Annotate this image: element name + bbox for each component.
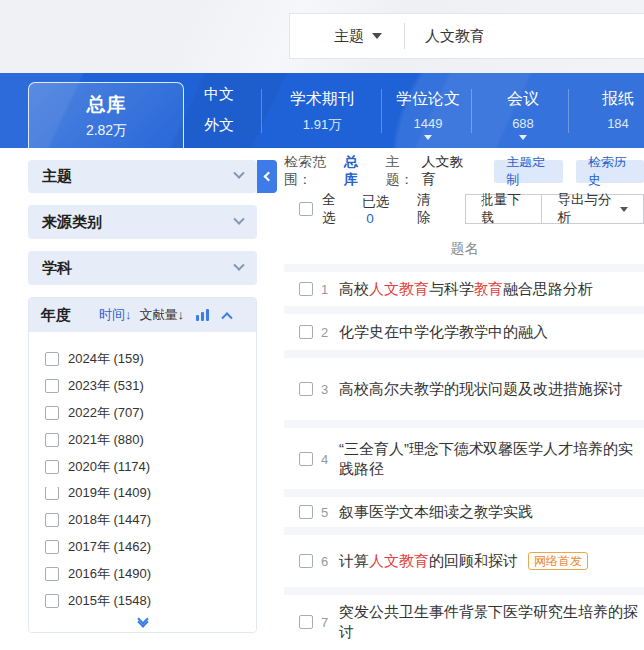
row-checkbox[interactable] <box>299 452 313 466</box>
table-row: 2化学史在中学化学教学中的融入 <box>284 314 644 350</box>
article-title-link[interactable]: 化学史在中学化学教学中的融入 <box>339 322 548 342</box>
panel-year-header[interactable]: 年度 时间↓ 文献量↓ <box>29 298 256 332</box>
batch-download-button[interactable]: 批量下载 <box>465 194 542 224</box>
year-filter-item[interactable]: 2019年 (1409) <box>29 480 256 506</box>
row-checkbox[interactable] <box>299 282 313 296</box>
panel-title: 学科 <box>42 259 72 278</box>
search-input[interactable]: 人文教育 <box>405 27 484 46</box>
select-all-label[interactable]: 全选 <box>322 191 346 227</box>
panel-source-type[interactable]: 来源类别 <box>28 205 257 239</box>
year-label: 2021年 (880) <box>68 431 144 449</box>
year-checkbox[interactable] <box>45 540 59 554</box>
search-bar: 主题 人文教育 <box>289 13 644 59</box>
tab-conferences[interactable]: 会议 688 <box>469 89 578 140</box>
search-history-button[interactable]: 检索历史 <box>576 160 644 183</box>
table-row: 1高校人文教育与科学教育融合思路分析 <box>284 272 644 306</box>
lang-foreign[interactable]: 外文 <box>204 116 234 135</box>
year-filter-item[interactable]: 2024年 (159) <box>29 345 256 372</box>
year-filter-item[interactable]: 2018年 (1447) <box>29 506 256 533</box>
row-checkbox[interactable] <box>299 505 313 519</box>
table-header-title[interactable]: 题名 <box>284 234 644 264</box>
article-title-link[interactable]: “三全育人”理念下德术双馨医学人才培养的实践路径 <box>339 439 638 479</box>
year-filter-item[interactable]: 2020年 (1174) <box>29 453 256 480</box>
year-checkbox[interactable] <box>45 406 59 420</box>
row-checkbox[interactable] <box>299 615 313 629</box>
panel-title: 年度 <box>41 306 71 325</box>
year-filter-item[interactable]: 2016年 (1490) <box>29 560 256 587</box>
table-row: 7突发公共卫生事件背景下医学研究生培养的探讨 <box>284 595 644 649</box>
row-number: 7 <box>321 615 339 630</box>
row-checkbox[interactable] <box>299 382 313 396</box>
year-label: 2016年 (1490) <box>68 565 151 583</box>
language-switch: 中文 外文 <box>204 85 234 135</box>
year-checkbox[interactable] <box>45 594 59 608</box>
filter-sidebar: 主题 来源类别 学科 年度 时间↓ 文献量↓ 2024年 (159)2023年 … <box>28 160 257 633</box>
scope-label: 检索范围： <box>284 154 344 189</box>
year-checkbox[interactable] <box>45 487 59 500</box>
scope-value[interactable]: 总库 <box>344 154 368 189</box>
year-checkbox[interactable] <box>45 567 59 581</box>
year-checkbox[interactable] <box>45 460 59 474</box>
year-filter-item[interactable]: 2023年 (531) <box>29 372 256 399</box>
panel-subject[interactable]: 学科 <box>28 251 257 285</box>
selected-count: 已选0 <box>362 193 397 226</box>
year-label: 2015年 (1548) <box>68 592 151 610</box>
tab-academic-journals[interactable]: 学术期刊 1.91万 <box>267 89 377 134</box>
search-scope-row: 检索范围： 总库 主题： 人文教育 主题定制 检索历史 <box>284 158 644 185</box>
year-filter-item[interactable]: 2015年 (1548) <box>29 587 256 614</box>
sort-by-time[interactable]: 时间↓ <box>99 306 132 324</box>
tab-label: 会议 <box>507 89 539 110</box>
year-filter-item[interactable]: 2017年 (1462) <box>29 533 256 560</box>
row-number: 6 <box>321 554 339 569</box>
tab-theses[interactable]: 学位论文 1449 <box>373 89 483 140</box>
chevron-down-icon <box>233 214 244 225</box>
chevron-down-icon <box>233 168 244 179</box>
tab-count: 184 <box>607 116 629 131</box>
table-row: 6计算人文教育的回顾和探讨网络首发 <box>284 535 644 587</box>
tab-newspapers[interactable]: 报纸 184 <box>563 89 644 131</box>
panel-title: 来源类别 <box>42 213 102 232</box>
clear-selection-button[interactable]: 清除 <box>417 191 441 227</box>
year-label: 2024年 (159) <box>68 350 144 368</box>
year-label: 2020年 (1174) <box>68 458 150 476</box>
chevron-down-icon <box>233 260 244 271</box>
row-number: 3 <box>321 382 339 397</box>
row-checkbox[interactable] <box>299 325 313 339</box>
export-analyze-button[interactable]: 导出与分析 <box>541 194 644 224</box>
chevron-down-icon <box>620 207 628 212</box>
article-title-link[interactable]: 高校人文教育与科学教育融合思路分析 <box>339 279 593 299</box>
sort-by-count[interactable]: 文献量↓ <box>140 306 185 324</box>
sidebar-collapse-button[interactable] <box>257 160 277 193</box>
year-label: 2017年 (1462) <box>68 538 151 556</box>
export-label: 导出与分析 <box>557 191 613 227</box>
year-checkbox[interactable] <box>45 433 59 447</box>
year-checkbox[interactable] <box>45 352 59 366</box>
search-field-dropdown[interactable]: 主题 <box>290 27 404 46</box>
bar-chart-icon[interactable] <box>196 309 209 321</box>
chevron-down-icon <box>519 135 527 140</box>
expand-more-years[interactable] <box>29 620 256 626</box>
nav-divider <box>261 89 262 133</box>
year-checkbox[interactable] <box>45 513 59 527</box>
action-button-group: 批量下载 导出与分析 <box>465 194 644 224</box>
tab-total-database[interactable]: 总库 2.82万 <box>28 82 184 148</box>
year-label: 2019年 (1409) <box>68 485 151 502</box>
panel-topic[interactable]: 主题 <box>28 160 257 193</box>
panel-year: 年度 时间↓ 文献量↓ 2024年 (159)2023年 (531)2022年 … <box>28 297 257 633</box>
year-checkbox[interactable] <box>45 379 59 393</box>
year-filter-item[interactable]: 2021年 (880) <box>29 426 256 453</box>
article-title-link[interactable]: 高校高尔夫教学的现状问题及改进措施探讨 <box>339 379 623 399</box>
article-title-link[interactable]: 叙事医学文本细读之教学实践 <box>339 502 533 522</box>
table-row: 5叙事医学文本细读之教学实践 <box>284 497 644 527</box>
row-checkbox[interactable] <box>299 554 313 568</box>
article-title-link[interactable]: 突发公共卫生事件背景下医学研究生培养的探讨 <box>339 602 638 642</box>
year-filter-item[interactable]: 2022年 (707) <box>29 399 256 426</box>
select-all-checkbox[interactable] <box>299 202 313 216</box>
tab-total-label: 总库 <box>87 92 127 118</box>
topic-subscribe-button[interactable]: 主题定制 <box>494 160 562 183</box>
article-title-link[interactable]: 计算人文教育的回顾和探讨网络首发 <box>339 551 588 571</box>
panel-title: 主题 <box>42 167 72 186</box>
tab-count: 1.91万 <box>303 116 341 134</box>
lang-chinese[interactable]: 中文 <box>204 85 234 104</box>
row-number: 1 <box>321 282 339 297</box>
